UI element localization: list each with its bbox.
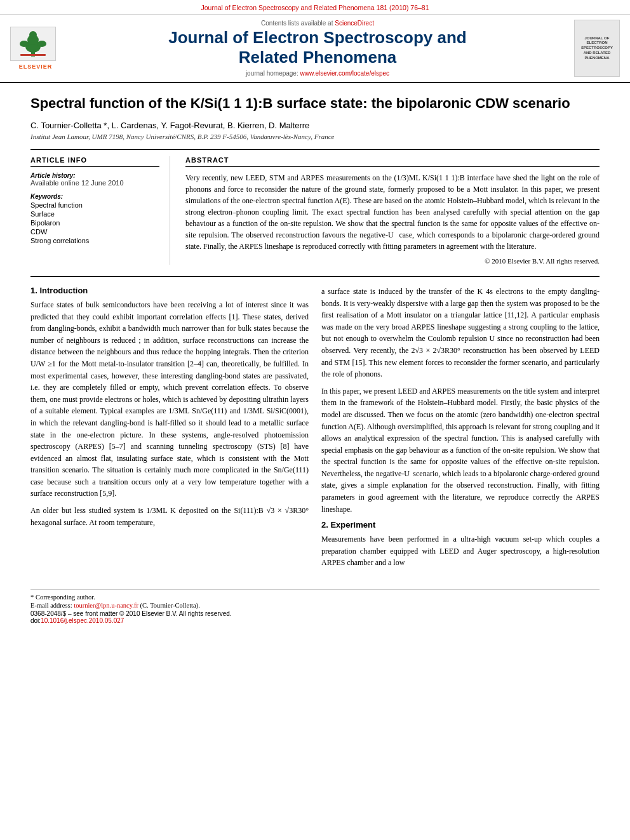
intro-paragraph-2: An older but less studied system is 1/3M… bbox=[30, 505, 309, 528]
homepage-url[interactable]: www.elsevier.com/locate/elspec bbox=[300, 70, 390, 77]
svg-point-5 bbox=[37, 41, 46, 47]
doi-link[interactable]: 10.1016/j.elspec.2010.05.027 bbox=[41, 617, 124, 624]
corresponding-author-label: * Corresponding author. bbox=[30, 594, 95, 601]
copyright-line: © 2010 Elsevier B.V. All rights reserved… bbox=[185, 257, 600, 265]
article-footer: * Corresponding author. E-mail address: … bbox=[30, 589, 600, 624]
elsevier-logo: ELSEVIER bbox=[10, 27, 61, 70]
doi-prefix: doi: bbox=[30, 617, 41, 624]
article-container: Spectral function of the K/Si(1 1 1):B s… bbox=[0, 83, 630, 639]
keyword-5: Strong correlations bbox=[30, 237, 159, 244]
journal-cover-thumbnail: JOURNAL OFELECTRONSPECTROSCOPYAND RELATE… bbox=[574, 20, 620, 77]
elsevier-wordmark: ELSEVIER bbox=[10, 63, 61, 70]
keyword-4: CDW bbox=[30, 228, 159, 236]
journal-reference-link[interactable]: Journal of Electron Spectroscopy and Rel… bbox=[201, 4, 429, 11]
doi-line: doi:10.1016/j.elspec.2010.05.027 bbox=[30, 617, 600, 624]
article-info-panel: ARTICLE INFO Article history: Available … bbox=[30, 156, 170, 265]
journal-cover-text: JOURNAL OFELECTRONSPECTROSCOPYAND RELATE… bbox=[579, 34, 615, 63]
article-meta: ARTICLE INFO Article history: Available … bbox=[30, 149, 600, 265]
experiment-paragraph-1: Measurements have been performed in a ul… bbox=[321, 533, 600, 569]
journal-header: ELSEVIER Contents lists available at Sci… bbox=[0, 15, 630, 83]
intro-right-paragraph-1: a surface state is induced by the transf… bbox=[321, 286, 600, 380]
keywords-section: Keywords: Spectral function Surface Bipo… bbox=[30, 193, 159, 244]
keyword-3: Bipolaron bbox=[30, 219, 159, 227]
body-column-right: a surface state is induced by the transf… bbox=[321, 286, 600, 574]
journal-title-line2: Related Phenomena bbox=[239, 48, 397, 67]
journal-title-line1: Journal of Electron Spectroscopy and bbox=[168, 28, 467, 47]
sciencedirect-link[interactable]: ScienceDirect bbox=[335, 20, 374, 27]
contents-label: Contents lists available at bbox=[261, 20, 333, 27]
sciencedirect-line: Contents lists available at ScienceDirec… bbox=[69, 20, 566, 27]
intro-right-paragraph-2: In this paper, we present LEED and ARPES… bbox=[321, 385, 600, 516]
keywords-label: Keywords: bbox=[30, 193, 159, 200]
corresponding-author-note: * Corresponding author. bbox=[30, 594, 600, 601]
history-label: Article history: bbox=[30, 172, 159, 179]
authors-text: C. Tournier-Colletta *, L. Cardenas, Y. … bbox=[30, 121, 309, 130]
journal-main-title: Journal of Electron Spectroscopy and Rel… bbox=[69, 28, 566, 67]
journal-homepage: journal homepage: www.elsevier.com/locat… bbox=[69, 70, 566, 77]
abstract-text: Very recently, new LEED, STM and ARPES m… bbox=[185, 172, 600, 252]
top-bar: Journal of Electron Spectroscopy and Rel… bbox=[0, 0, 630, 15]
article-title: Spectral function of the K/Si(1 1 1):B s… bbox=[30, 95, 600, 113]
elsevier-tree-svg bbox=[14, 30, 52, 58]
article-info-heading: ARTICLE INFO bbox=[30, 156, 159, 167]
abstract-panel: ABSTRACT Very recently, new LEED, STM an… bbox=[185, 156, 600, 265]
affiliation: Institut Jean Lamour, UMR 7198, Nancy Un… bbox=[30, 133, 600, 140]
homepage-label: journal homepage: bbox=[246, 70, 298, 77]
email-link[interactable]: tournier@lpn.u-nancy.fr bbox=[74, 602, 138, 609]
abstract-heading: ABSTRACT bbox=[185, 156, 600, 167]
experiment-section-title: 2. Experiment bbox=[321, 520, 600, 530]
intro-section-title: 1. Introduction bbox=[30, 286, 309, 295]
available-online: Available online 12 June 2010 bbox=[30, 179, 159, 187]
article-history-section: Article history: Available online 12 Jun… bbox=[30, 172, 159, 187]
intro-paragraph-1: Surface states of bulk semiconductors ha… bbox=[30, 299, 309, 500]
email-note: E-mail address: tournier@lpn.u-nancy.fr … bbox=[30, 602, 600, 609]
svg-point-3 bbox=[29, 31, 37, 39]
svg-rect-6 bbox=[20, 54, 46, 56]
email-label: E-mail address: bbox=[30, 602, 72, 609]
issn-line: 0368-2048/$ – see front matter © 2010 El… bbox=[30, 610, 600, 617]
keyword-2: Surface bbox=[30, 210, 159, 218]
email-note-text: (C. Tournier-Colletta). bbox=[140, 602, 200, 609]
elsevier-logo-box bbox=[10, 27, 56, 61]
body-column-left: 1. Introduction Surface states of bulk s… bbox=[30, 286, 309, 574]
keyword-1: Spectral function bbox=[30, 201, 159, 209]
authors-line: C. Tournier-Colletta *, L. Cardenas, Y. … bbox=[30, 121, 600, 130]
svg-point-4 bbox=[20, 41, 29, 47]
journal-title-block: Contents lists available at ScienceDirec… bbox=[69, 20, 566, 77]
article-body: 1. Introduction Surface states of bulk s… bbox=[30, 276, 600, 574]
